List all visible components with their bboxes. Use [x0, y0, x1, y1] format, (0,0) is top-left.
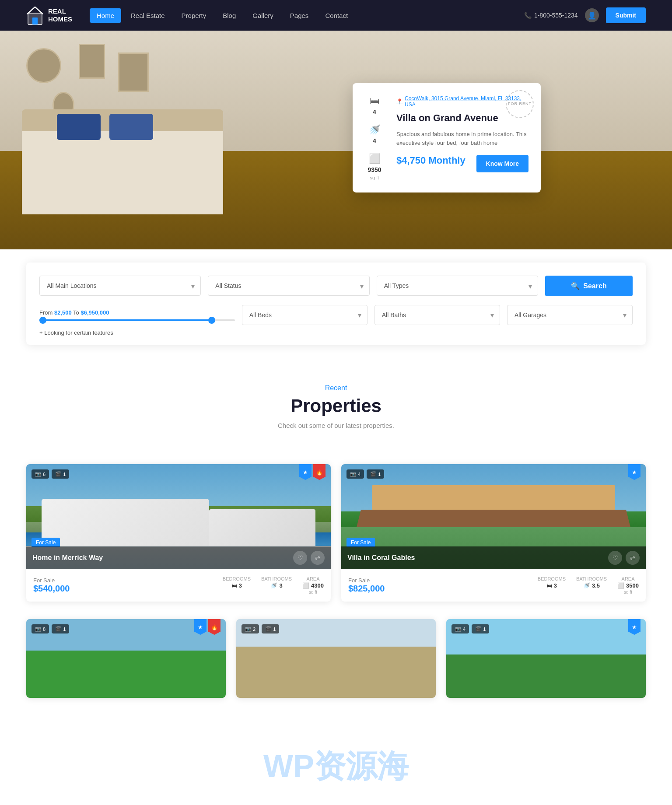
camera-icon-5: 📷 [455, 626, 461, 632]
types-select[interactable]: All Types [377, 276, 538, 296]
beds-select-wrapper: All Beds [242, 305, 368, 325]
hero-property-card: 🛏 4 🚿 4 ⬜ 9350 sq ft 📍 CocoWalk, 3015 Gr… [353, 83, 541, 192]
card2-name: Villa in Coral Gables [347, 554, 415, 562]
area-icon-2: ⬜ [617, 582, 624, 589]
bath-icon-s: 🚿 [270, 582, 277, 589]
wall-decor-1 [26, 48, 61, 83]
property-image-4: 📷 2 🎬 1 [236, 619, 436, 698]
search-section: All Main Locations All Status All Types … [26, 262, 646, 345]
pillow-1 [57, 114, 101, 140]
property-image-2: 📷 4 🎬 1 ★ For Sale Villa in Coral Gables… [341, 464, 646, 569]
features-toggle[interactable]: + Looking for certain features [39, 329, 633, 336]
card4-badges-left: 📷 2 🎬 1 [242, 624, 279, 634]
card3-badges-left: 📷 8 🎬 1 [32, 624, 69, 634]
card1-name: Home in Merrick Way [32, 554, 103, 562]
section-tag: Recent [26, 384, 646, 392]
types-select-wrapper: All Types [377, 276, 538, 296]
video-icon: 🎬 [55, 471, 61, 477]
nav-contact[interactable]: Contact [318, 8, 355, 23]
card2-price: $825,000 [348, 584, 531, 594]
bed-icon-s: 🛏 [231, 582, 237, 589]
camera-icon-3: 📷 [35, 626, 41, 632]
submit-button[interactable]: Submit [606, 7, 646, 23]
know-more-button[interactable]: Know More [476, 155, 528, 172]
phone-icon: 📞 [524, 12, 532, 19]
beds-value: 4 [373, 108, 376, 116]
card2-actions: ♡ ⇄ [608, 551, 640, 565]
area-icon: ⬜ [369, 153, 381, 164]
featured-ribbon-2: ★ [628, 464, 640, 480]
nav-real-estate[interactable]: Real Estate [124, 8, 172, 23]
section-subtitle: Check out some of our latest properties. [26, 422, 646, 429]
featured-ribbon-1: ★ [299, 464, 312, 480]
search-button[interactable]: 🔍 Search [545, 276, 633, 296]
card1-footer: Home in Merrick Way ♡ ⇄ [26, 546, 331, 569]
status-select[interactable]: All Status [208, 276, 369, 296]
card2-favorite-btn[interactable]: ♡ [608, 551, 622, 565]
camera-icon: 📷 [35, 471, 41, 477]
card2-video-count: 🎬 1 [367, 469, 384, 479]
svg-rect-1 [32, 18, 38, 24]
card1-price: $540,000 [33, 584, 216, 594]
price-range-thumb-right[interactable] [208, 317, 215, 324]
site-logo[interactable]: REAL HOMES [26, 5, 72, 25]
user-icon[interactable]: 👤 [585, 8, 599, 22]
card5-badges-right: ★ [628, 619, 640, 635]
price-range-thumb-left[interactable] [39, 317, 46, 324]
card5-video-count: 🎬 1 [472, 624, 489, 634]
card1-favorite-btn[interactable]: ♡ [293, 551, 307, 565]
card1-bathrooms: Bathrooms 🚿 3 [261, 576, 292, 595]
garages-select-wrapper: All Garages [507, 305, 633, 325]
video-icon-2: 🎬 [370, 471, 376, 477]
nav-links: Home Real Estate Property Blog Gallery P… [90, 8, 524, 23]
area-icon-s: ⬜ [302, 582, 309, 589]
card2-compare-btn[interactable]: ⇄ [626, 551, 640, 565]
properties-bottom-row: 📷 8 🎬 1 ★ 🔥 📷 2 [0, 619, 672, 724]
property-card-2: 📷 4 🎬 1 ★ For Sale Villa in Coral Gables… [341, 464, 646, 602]
nav-home[interactable]: Home [90, 8, 121, 23]
wall-decor-2 [79, 44, 105, 79]
card1-actions: ♡ ⇄ [293, 551, 325, 565]
card2-photo-count: 📷 4 [346, 469, 364, 479]
price-range-track[interactable] [39, 319, 235, 321]
card4-video-count: 🎬 1 [262, 624, 279, 634]
locations-select[interactable]: All Main Locations [39, 276, 201, 296]
nav-property[interactable]: Property [175, 8, 214, 23]
card1-area: Area ⬜ 4300 sq ft [302, 576, 324, 595]
property-description: Spacious and fabulous home in prime loca… [396, 130, 528, 148]
card1-details: For Sale $540,000 Bedrooms 🛏 3 Bathrooms… [26, 569, 331, 602]
card1-bedrooms: Bedrooms 🛏 3 [223, 576, 251, 595]
card2-details: For Sale $825,000 Bedrooms 🛏 3 Bathrooms… [341, 569, 646, 602]
logo-text: REAL HOMES [48, 7, 72, 23]
search-icon: 🔍 [571, 282, 580, 290]
featured-ribbon-3: ★ [194, 619, 206, 635]
card1-badges-left: 📷 6 🎬 1 [32, 469, 69, 479]
card2-bathrooms: Bathrooms 🚿 3.5 [576, 576, 607, 595]
video-icon-3: 🎬 [55, 626, 61, 632]
property-stats: 🛏 4 🚿 4 ⬜ 9350 sq ft [361, 95, 388, 180]
card2-status-text: For Sale [348, 577, 531, 584]
card1-compare-btn[interactable]: ⇄ [311, 551, 325, 565]
property-card-4: 📷 2 🎬 1 [236, 619, 436, 698]
stat-beds: 🛏 4 [361, 95, 388, 116]
garages-select[interactable]: All Garages [507, 305, 633, 325]
card5-photo-count: 📷 4 [452, 624, 469, 634]
card3-photo-count: 📷 8 [32, 624, 49, 634]
property-card-1: 📷 6 🎬 1 ★ 🔥 For Sale Home in Merrick Way… [26, 464, 331, 602]
price-range: From $2,500 To $6,950,000 [39, 309, 235, 321]
section-title: Properties [26, 396, 646, 416]
nav-gallery[interactable]: Gallery [245, 8, 280, 23]
card2-specs: Bedrooms 🛏 3 Bathrooms 🚿 3.5 Area [538, 576, 639, 595]
video-icon-5: 🎬 [475, 626, 481, 632]
baths-select[interactable]: All Baths [374, 305, 500, 325]
baths-select-wrapper: All Baths [374, 305, 500, 325]
beds-select[interactable]: All Beds [242, 305, 368, 325]
video-icon-4: 🎬 [265, 626, 271, 632]
hero-bed [22, 127, 223, 214]
property-price: $4,750 Monthly [396, 155, 466, 166]
wall-decor-3 [118, 52, 149, 92]
price-range-label: From $2,500 To $6,950,000 [39, 309, 235, 316]
card2-bedrooms: Bedrooms 🛏 3 [538, 576, 566, 595]
nav-blog[interactable]: Blog [216, 8, 243, 23]
nav-pages[interactable]: Pages [283, 8, 316, 23]
